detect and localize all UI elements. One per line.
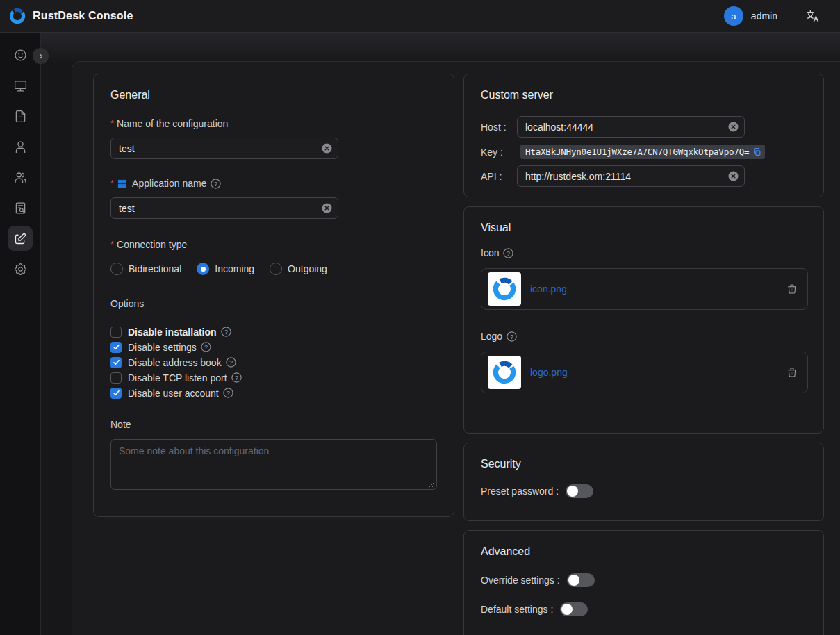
- connection-type-radios: Bidirectional Incoming Outgoing: [110, 263, 437, 275]
- smiley-icon: [13, 48, 28, 63]
- copy-key-button[interactable]: [752, 147, 761, 156]
- icon-file-link[interactable]: icon.png: [530, 283, 567, 295]
- logo-file-link[interactable]: logo.png: [530, 367, 568, 378]
- document-icon: [13, 109, 28, 124]
- preset-password-row: Preset password :: [481, 484, 807, 498]
- connection-type-label: * Connection type: [110, 239, 437, 251]
- app-name-input[interactable]: [110, 197, 338, 219]
- help-icon[interactable]: ?: [221, 327, 231, 337]
- sidebar-item-devices[interactable]: [5, 70, 35, 101]
- note-textarea[interactable]: [110, 439, 437, 490]
- required-asterisk: *: [110, 118, 114, 127]
- api-label: API :: [481, 171, 517, 182]
- resize-handle-icon[interactable]: [429, 481, 435, 488]
- option-disable-address-book[interactable]: Disable address book ?: [110, 356, 437, 368]
- delete-icon-button[interactable]: [787, 283, 798, 295]
- users-icon: [13, 170, 28, 185]
- custom-server-card: Custom server Host : Key : HtaXBkJNHy: [463, 74, 824, 197]
- logo-thumbnail: [488, 356, 521, 389]
- svg-text:?: ?: [227, 390, 230, 397]
- avatar[interactable]: a: [724, 6, 743, 26]
- option-disable-installation[interactable]: Disable installation ?: [110, 326, 437, 338]
- language-switch-button[interactable]: [805, 8, 821, 24]
- default-settings-toggle[interactable]: [560, 602, 588, 616]
- visual-card: Visual Icon ? icon.png: [463, 206, 824, 434]
- help-icon[interactable]: ?: [231, 372, 242, 383]
- radio-bidirectional[interactable]: Bidirectional: [110, 263, 181, 275]
- help-icon[interactable]: ?: [503, 248, 513, 258]
- checkbox[interactable]: [110, 342, 122, 353]
- radio-circle[interactable]: [110, 263, 123, 275]
- app-title: RustDesk Console: [33, 10, 133, 22]
- general-title: General: [110, 88, 437, 102]
- help-icon[interactable]: ?: [211, 179, 221, 189]
- toolbar-band: [0, 33, 840, 65]
- checkbox[interactable]: [110, 327, 122, 338]
- username[interactable]: admin: [751, 10, 777, 22]
- help-icon[interactable]: ?: [507, 331, 517, 342]
- check-icon: [113, 358, 120, 366]
- sidebar-expand-button[interactable]: [33, 48, 49, 64]
- note-field: [110, 439, 437, 490]
- checkbox[interactable]: [110, 357, 122, 368]
- help-icon[interactable]: ?: [223, 388, 233, 398]
- icon-thumbnail: [488, 272, 521, 306]
- api-row: API :: [481, 165, 807, 187]
- app-header: RustDesk Console a admin: [0, 0, 840, 33]
- sidebar-item-sessions[interactable]: [5, 101, 35, 131]
- preset-password-toggle[interactable]: [566, 484, 593, 498]
- option-disable-tcp-listen-port[interactable]: Disable TCP listen port ?: [110, 372, 437, 384]
- clear-host-button[interactable]: [728, 122, 739, 132]
- radio-circle[interactable]: [197, 263, 209, 275]
- override-settings-toggle[interactable]: [567, 573, 595, 587]
- host-input[interactable]: [517, 116, 745, 138]
- sidebar-item-users[interactable]: [5, 131, 35, 162]
- api-input[interactable]: [517, 165, 745, 187]
- sidebar-item-custom-client[interactable]: [5, 223, 35, 254]
- api-field: [517, 165, 745, 187]
- key-label: Key :: [481, 147, 517, 158]
- clear-circle-icon: [322, 203, 332, 213]
- name-config-input[interactable]: [110, 138, 338, 159]
- right-column: Custom server Host : Key : HtaXBkJNHy: [463, 74, 824, 635]
- key-value: HtaXBkJNHyn0e1U1jWXze7A7CN7QTGWqxkOtpaVp…: [525, 147, 749, 157]
- brand: RustDesk Console: [8, 7, 133, 25]
- radio-outgoing[interactable]: Outgoing: [270, 263, 327, 275]
- options-label: Options: [110, 298, 437, 310]
- clear-name-button[interactable]: [322, 143, 332, 154]
- clear-app-name-button[interactable]: [322, 203, 332, 213]
- clear-circle-icon: [322, 143, 332, 154]
- host-row: Host :: [481, 116, 807, 138]
- sidebar-item-welcome[interactable]: [5, 40, 35, 70]
- svg-text:?: ?: [510, 333, 513, 340]
- clear-api-button[interactable]: [728, 171, 739, 181]
- radio-incoming[interactable]: Incoming: [197, 263, 254, 275]
- option-disable-user-account[interactable]: Disable user account ?: [110, 387, 437, 399]
- copy-icon: [752, 147, 761, 156]
- clear-circle-icon: [728, 122, 739, 132]
- svg-text:?: ?: [229, 359, 233, 366]
- settings-icon: [13, 262, 28, 277]
- radio-circle[interactable]: [270, 263, 282, 275]
- chevron-right-icon: [37, 52, 45, 60]
- help-icon[interactable]: ?: [226, 357, 236, 368]
- option-disable-settings[interactable]: Disable settings ?: [110, 341, 437, 353]
- svg-text:?: ?: [204, 344, 208, 351]
- delete-logo-button[interactable]: [787, 367, 798, 378]
- host-label: Host :: [481, 122, 517, 133]
- key-chip: HtaXBkJNHyn0e1U1jWXze7A7CN7QTGWqxkOtpaVp…: [520, 145, 765, 159]
- translate-icon: [805, 8, 821, 24]
- sidebar-item-groups[interactable]: [5, 162, 35, 192]
- trash-icon: [787, 283, 798, 295]
- checkbox[interactable]: [110, 388, 122, 399]
- sidebar-item-audit[interactable]: [5, 192, 35, 223]
- svg-text:?: ?: [214, 181, 217, 188]
- sidebar-item-settings[interactable]: [5, 254, 35, 284]
- help-icon[interactable]: ?: [201, 342, 211, 352]
- checkbox[interactable]: [110, 372, 122, 384]
- app-name-label: * Application name ?: [110, 178, 437, 190]
- override-settings-label: Override settings :: [481, 575, 560, 586]
- icon-label: Icon ?: [481, 247, 807, 259]
- advanced-title: Advanced: [481, 545, 807, 559]
- svg-text:?: ?: [235, 374, 238, 381]
